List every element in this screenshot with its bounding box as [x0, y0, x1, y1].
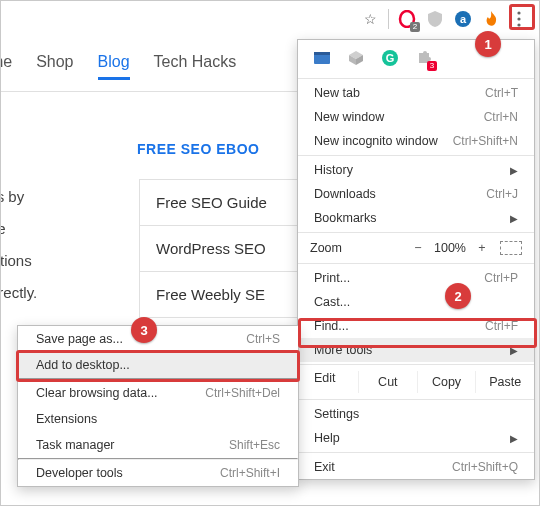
highlight-box-2: [298, 318, 537, 348]
svg-text:a: a: [460, 13, 467, 25]
fullscreen-icon[interactable]: [500, 241, 522, 255]
zoom-out-button[interactable]: −: [406, 241, 430, 255]
browser-toolbar: ☆ 2 a: [360, 9, 529, 29]
link-list: Free SEO Guide WordPress SEO Free Weebly…: [139, 179, 299, 317]
menu-zoom-row: Zoom − 100% +: [298, 235, 534, 261]
submenu-dev-tools[interactable]: Developer toolsCtrl+Shift+I: [18, 460, 298, 486]
callout-2: 2: [445, 283, 471, 309]
menu-history[interactable]: History▶: [298, 158, 534, 182]
page-heading: FREE SEO EBOO: [137, 141, 259, 157]
menu-new-incognito[interactable]: New incognito windowCtrl+Shift+N: [298, 129, 534, 153]
nav-techhacks[interactable]: Tech Hacks: [154, 53, 237, 80]
nav-divider: [1, 91, 301, 92]
menu-print[interactable]: Print...Ctrl+P: [298, 266, 534, 290]
toolbar-separator: [388, 9, 389, 29]
menu-new-window[interactable]: New windowCtrl+N: [298, 105, 534, 129]
submenu-extensions[interactable]: Extensions: [18, 406, 298, 432]
body-text: gers by. Wetructionss directly.: [0, 181, 37, 309]
badge-count: 2: [410, 22, 420, 32]
bookmark-star-icon[interactable]: ☆: [360, 9, 380, 29]
list-item[interactable]: WordPress SEO: [139, 225, 299, 272]
list-item[interactable]: Free SEO Guide: [139, 179, 299, 226]
menu-edit-row: Edit Cut Copy Paste: [298, 367, 534, 397]
menu-settings[interactable]: Settings: [298, 402, 534, 426]
puzzle-extension-icon[interactable]: 3: [414, 48, 434, 68]
chevron-right-icon: ▶: [510, 433, 518, 444]
chevron-right-icon: ▶: [510, 213, 518, 224]
highlight-box-3: [16, 350, 300, 382]
callout-1: 1: [475, 31, 501, 57]
menu-bookmarks[interactable]: Bookmarks▶: [298, 206, 534, 230]
cube-extension-icon[interactable]: [346, 48, 366, 68]
edit-label: Edit: [298, 371, 358, 393]
submenu-clear-data[interactable]: Clear browsing data...Ctrl+Shift+Del: [18, 380, 298, 406]
svg-text:G: G: [386, 52, 395, 64]
amazon-extension-icon[interactable]: a: [453, 9, 473, 29]
list-item[interactable]: Free Weebly SE: [139, 271, 299, 318]
zoom-value: 100%: [430, 241, 470, 255]
nav-shop[interactable]: Shop: [36, 53, 73, 80]
flame-extension-icon[interactable]: [481, 9, 501, 29]
svg-rect-7: [314, 52, 330, 55]
menu-new-tab[interactable]: New tabCtrl+T: [298, 81, 534, 105]
paste-button[interactable]: Paste: [475, 371, 534, 393]
callout-3: 3: [131, 317, 157, 343]
copy-button[interactable]: Copy: [417, 371, 476, 393]
menu-cast[interactable]: Cast...: [298, 290, 534, 314]
grammarly-extension-icon[interactable]: G: [380, 48, 400, 68]
badge-count: 3: [427, 61, 437, 71]
menu-exit[interactable]: ExitCtrl+Shift+Q: [298, 455, 534, 479]
submenu-save-page[interactable]: Save page as...Ctrl+S: [18, 326, 298, 352]
nav-home[interactable]: ome: [0, 53, 12, 80]
menu-help[interactable]: Help▶: [298, 426, 534, 450]
cut-button[interactable]: Cut: [358, 371, 417, 393]
menu-downloads[interactable]: DownloadsCtrl+J: [298, 182, 534, 206]
chrome-main-menu: G 3 New tabCtrl+T New windowCtrl+N New i…: [297, 39, 535, 480]
site-nav: ome Shop Blog Tech Hacks: [0, 53, 236, 80]
submenu-task-manager[interactable]: Task managerShift+Esc: [18, 432, 298, 458]
chevron-right-icon: ▶: [510, 165, 518, 176]
edge-extension-icon[interactable]: [312, 48, 332, 68]
nav-blog[interactable]: Blog: [98, 53, 130, 80]
opera-extension-icon[interactable]: 2: [397, 9, 417, 29]
shield-icon[interactable]: [425, 9, 445, 29]
zoom-in-button[interactable]: +: [470, 241, 494, 255]
highlight-box-1: [509, 4, 535, 30]
zoom-label: Zoom: [310, 241, 406, 255]
